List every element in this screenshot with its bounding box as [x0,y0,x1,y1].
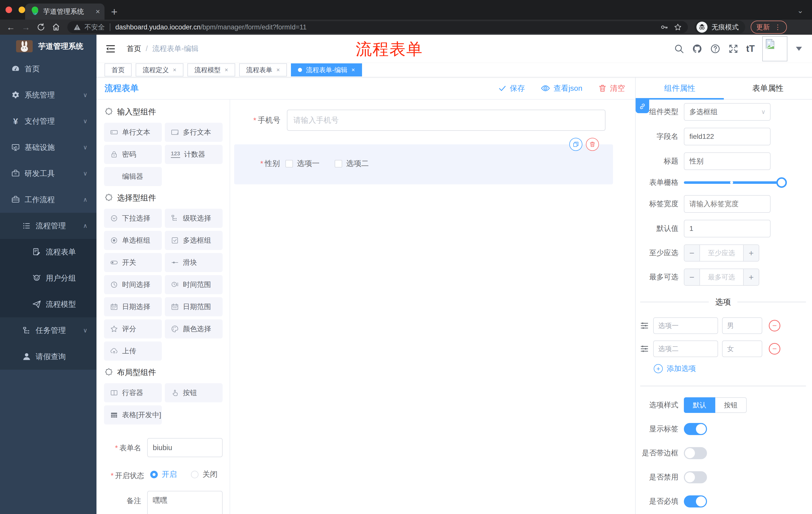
show-label-toggle[interactable] [684,423,707,435]
form-canvas[interactable]: *手机号 [230,100,635,514]
link-tag-button[interactable] [636,100,649,113]
breadcrumb-home[interactable]: 首页 [127,44,141,54]
remove-option-button[interactable]: − [769,343,780,355]
tab-close-icon[interactable]: × [173,66,176,74]
phone-input[interactable] [287,110,606,131]
palette-item-single-text[interactable]: 单行文本 [104,123,162,142]
tab-search-chevron-icon[interactable]: ⌄ [797,6,804,15]
form-name-input[interactable] [147,438,223,457]
required-toggle[interactable] [684,495,707,508]
bookmark-star-icon[interactable] [674,23,682,31]
add-option-button[interactable]: + 添加选项 [654,363,812,374]
palette-item-time-picker[interactable]: 时间选择 [104,275,162,294]
close-window-button[interactable] [5,6,12,13]
sidebar-item-home[interactable]: 首页 [0,56,96,82]
browser-menu-dots-icon[interactable]: ⋮ [774,23,781,31]
save-button[interactable]: 保存 [498,83,525,93]
stepper-plus-button[interactable]: + [743,269,759,285]
forward-icon[interactable]: → [22,22,30,32]
palette-item-table[interactable]: 表格[开发中] [104,405,162,425]
tab-close-icon[interactable]: × [277,66,280,74]
view-tab-process-def[interactable]: 流程定义× [136,63,183,77]
slider-handle[interactable] [776,177,787,188]
form-remark-textarea[interactable]: 嘿嘿 [147,491,223,514]
palette-item-checkbox-group[interactable]: 多选框组 [165,231,223,250]
sidebar-collapse-icon[interactable] [106,44,116,54]
palette-item-cascader[interactable]: 级联选择 [165,209,223,228]
tab-close-icon[interactable]: × [225,66,228,74]
sidebar-item-task-mgmt[interactable]: 任务管理 ∨ [0,317,96,344]
view-tab-process-form-edit[interactable]: 流程表单-编辑× [291,63,362,77]
status-off-radio[interactable]: 关闭 [191,469,218,480]
palette-item-button[interactable]: 按钮 [165,383,223,402]
sidebar-item-devtools[interactable]: 研发工具 ∨ [0,160,96,187]
search-icon[interactable] [674,44,685,54]
style-default-button[interactable]: 默认 [684,397,715,413]
avatar-caret-icon[interactable] [796,47,802,51]
component-type-select[interactable]: 多选框组∨ [684,103,771,121]
github-icon[interactable] [692,44,702,54]
status-on-radio[interactable]: 开启 [150,469,177,480]
palette-item-rate[interactable]: 评分 [104,319,162,339]
option-style-segmented[interactable]: 默认 按钮 [684,397,747,413]
field-name-input[interactable] [684,128,771,145]
sidebar-item-process-mgmt[interactable]: 流程管理 ∧ [0,213,96,239]
tab-component-props[interactable]: 组件属性 [636,77,724,99]
sidebar-item-system[interactable]: 系统管理 ∨ [0,82,96,108]
phone-field-row[interactable]: *手机号 [230,110,635,131]
back-icon[interactable]: ← [6,22,15,32]
sidebar-item-workflow[interactable]: 工作流程 ∧ [0,187,96,213]
reload-icon[interactable] [37,23,45,31]
max-select-placeholder[interactable]: 最多可选 [700,269,743,285]
stepper-minus-button[interactable]: − [685,269,700,285]
option2-label-input[interactable] [653,341,718,357]
url-bar[interactable]: 不安全 dashboard.yudao.iocoder.cn/bpm/manag… [67,21,688,33]
min-select-stepper[interactable]: − 至少应选 + [684,244,759,262]
selected-component-gender[interactable]: *性别 选项一 选项二 [234,144,613,184]
font-size-icon[interactable]: tT [746,44,755,54]
view-tab-home[interactable]: 首页 [105,63,132,77]
home-icon[interactable] [52,23,60,31]
form-grid-slider[interactable] [684,177,786,188]
stepper-minus-button[interactable]: − [685,245,700,261]
browser-update-button[interactable]: 更新 ⋮ [751,21,787,34]
sidebar-item-user-group[interactable]: 用户分组 [0,265,96,291]
sidebar-item-process-model[interactable]: 流程模型 [0,291,96,317]
avatar[interactable] [762,36,787,61]
clear-button[interactable]: 清空 [599,83,625,93]
gender-option1-checkbox[interactable]: 选项一 [285,158,320,169]
palette-item-editor[interactable]: 编辑器 [104,167,162,186]
slider-track[interactable] [684,181,786,184]
palette-item-select[interactable]: 下拉选择 [104,209,162,228]
option1-label-input[interactable] [653,317,718,334]
sidebar-item-infra[interactable]: 基础设施 ∨ [0,134,96,160]
tab-close-icon[interactable]: × [351,66,355,74]
palette-item-time-range[interactable]: 时间范围 [165,275,223,294]
palette-item-date-picker[interactable]: 日期选择 [104,297,162,316]
drag-handle-icon[interactable] [640,321,649,330]
palette-item-color-picker[interactable]: 颜色选择 [165,319,223,339]
disabled-toggle[interactable] [684,471,707,483]
zoom-window-button[interactable] [32,6,38,13]
palette-item-counter[interactable]: 123计数器 [165,145,223,164]
update-label[interactable]: 更新 [756,23,770,32]
has-border-toggle[interactable] [684,447,707,459]
title-input[interactable] [684,153,771,170]
option1-value-input[interactable] [722,317,762,334]
palette-item-date-range[interactable]: 日期范围 [165,297,223,316]
view-tab-process-model[interactable]: 流程模型× [187,63,235,77]
sidebar-item-process-form[interactable]: 流程表单 [0,239,96,265]
palette-item-password[interactable]: 密码 [104,145,162,164]
palette-item-row-container[interactable]: 行容器 [104,383,162,402]
tab-form-props[interactable]: 表单属性 [724,77,812,99]
max-select-stepper[interactable]: − 最多可选 + [684,269,759,286]
palette-item-radio-group[interactable]: 单选框组 [104,231,162,250]
palette-item-switch[interactable]: 开关 [104,253,162,272]
tab-close-icon[interactable]: × [95,7,100,16]
palette-item-slider[interactable]: 滑块 [165,253,223,272]
min-select-placeholder[interactable]: 至少应选 [700,245,743,261]
style-button-button[interactable]: 按钮 [715,397,747,413]
drag-handle-icon[interactable] [640,344,649,354]
delete-component-button[interactable] [586,138,599,151]
remove-option-button[interactable]: − [769,320,780,331]
